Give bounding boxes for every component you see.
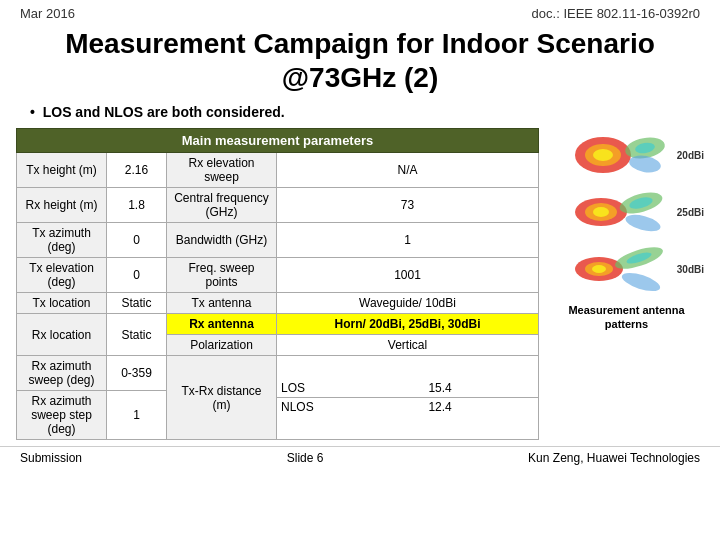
table-header-row: Main measurement parameters [17, 129, 539, 153]
row9-value: 1 [107, 391, 167, 440]
row3-label2: Bandwidth (GHz) [167, 223, 277, 258]
antenna-label-30dbi: 30dBi [677, 264, 704, 275]
subtable-nlos-value: 12.4 [424, 398, 538, 417]
row8-label: Rx azimuth sweep (deg) [17, 356, 107, 391]
table-row: Rx location Static Rx antenna Horn/ 20dB… [17, 314, 539, 335]
svg-point-8 [593, 207, 609, 217]
footer-bar: Submission Slide 6 Kun Zeng, Huawei Tech… [0, 446, 720, 469]
footer-right: Kun Zeng, Huawei Technologies [528, 451, 700, 465]
table-row: Rx height (m) 1.8 Central frequency (GHz… [17, 188, 539, 223]
subtable-los-row: LOS 15.4 [277, 379, 538, 398]
row6-value: Static [107, 314, 167, 356]
footer-center: Slide 6 [287, 451, 324, 465]
footer-left: Submission [20, 451, 82, 465]
header-left: Mar 2016 [20, 6, 75, 21]
row1-value: 2.16 [107, 153, 167, 188]
row4-label: Tx elevation (deg) [17, 258, 107, 293]
main-table-area: Main measurement parameters Tx height (m… [16, 128, 539, 440]
row7-label2: Polarization [167, 335, 277, 356]
svg-point-2 [593, 149, 613, 161]
row2-label: Rx height (m) [17, 188, 107, 223]
bullet-point: • LOS and NLOS are both considered. [30, 104, 700, 120]
antenna-row-25dbi: 25dBi [549, 185, 704, 240]
antenna-pattern-30dbi [573, 242, 673, 297]
row6-value2: Horn/ 20dBi, 25dBi, 30dBi [277, 314, 539, 335]
svg-point-11 [624, 212, 662, 235]
antenna-row-20dbi: 20dBi [549, 128, 704, 183]
table-row: Tx height (m) 2.16 Rx elevation sweep N/… [17, 153, 539, 188]
table-row: Tx location Static Tx antenna Waveguide/… [17, 293, 539, 314]
subtable-los-value: 15.4 [424, 379, 538, 398]
antenna-caption: Measurement antenna patterns [549, 303, 704, 332]
svg-point-14 [592, 265, 606, 273]
row4-label2: Freq. sweep points [167, 258, 277, 293]
distance-subtable: LOS 15.4 NLOS 12.4 [277, 379, 538, 416]
row2-value2: 73 [277, 188, 539, 223]
row5-label2: Tx antenna [167, 293, 277, 314]
svg-point-17 [620, 269, 662, 295]
antenna-label-25dbi: 25dBi [677, 207, 704, 218]
antenna-pattern-20dbi [573, 128, 673, 183]
row6-label2: Rx antenna [167, 314, 277, 335]
bullet-text: LOS and NLOS are both considered. [43, 104, 285, 120]
row5-value2: Waveguide/ 10dBi [277, 293, 539, 314]
row1-label: Tx height (m) [17, 153, 107, 188]
header-bar: Mar 2016 doc.: IEEE 802.11-16-0392r0 [0, 0, 720, 23]
bullet-icon: • [30, 104, 39, 120]
row1-label2: Rx elevation sweep [167, 153, 277, 188]
row8-value: 0-359 [107, 356, 167, 391]
antenna-pattern-25dbi [573, 185, 673, 240]
subtable-nlos-label: NLOS [277, 398, 424, 417]
row4-value2: 1001 [277, 258, 539, 293]
row5-label: Tx location [17, 293, 107, 314]
row4-value: 0 [107, 258, 167, 293]
table-row: Rx azimuth sweep (deg) 0-359 Tx-Rx dista… [17, 356, 539, 391]
row3-value: 0 [107, 223, 167, 258]
row9-label: Rx azimuth sweep step (deg) [17, 391, 107, 440]
row2-value: 1.8 [107, 188, 167, 223]
row3-label: Tx azimuth (deg) [17, 223, 107, 258]
row7-value2: Vertical [277, 335, 539, 356]
subtable-nlos-row: NLOS 12.4 [277, 398, 538, 417]
row6-label: Rx location [17, 314, 107, 356]
row3-value2: 1 [277, 223, 539, 258]
antenna-panel: 20dBi 25dBi 30dBi [549, 128, 704, 440]
row2-label2: Central frequency (GHz) [167, 188, 277, 223]
table-header: Main measurement parameters [17, 129, 539, 153]
row8-value2: LOS 15.4 NLOS 12.4 [277, 356, 539, 440]
row8-label2: Tx-Rx distance (m) [167, 356, 277, 440]
measurement-table: Main measurement parameters Tx height (m… [16, 128, 539, 440]
row5-value: Static [107, 293, 167, 314]
table-row: Tx azimuth (deg) 0 Bandwidth (GHz) 1 [17, 223, 539, 258]
header-right: doc.: IEEE 802.11-16-0392r0 [532, 6, 700, 21]
row1-value2: N/A [277, 153, 539, 188]
antenna-label-20dbi: 20dBi [677, 150, 704, 161]
table-row: Tx elevation (deg) 0 Freq. sweep points … [17, 258, 539, 293]
antenna-row-30dbi: 30dBi [549, 242, 704, 297]
main-title: Measurement Campaign for Indoor Scenario… [20, 27, 700, 94]
subtable-los-label: LOS [277, 379, 424, 398]
